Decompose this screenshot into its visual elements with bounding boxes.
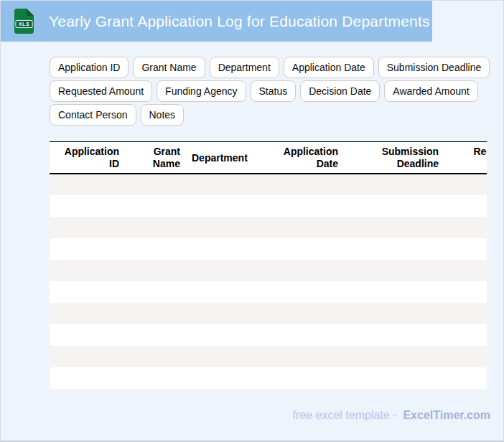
table-cell	[186, 217, 263, 238]
table-cell	[263, 238, 344, 260]
table-cell	[125, 346, 186, 367]
table-cell	[125, 238, 186, 260]
table-cell	[125, 217, 186, 238]
table-cell	[444, 303, 487, 324]
table-row	[50, 346, 487, 367]
table-cell	[50, 367, 125, 389]
table-row	[50, 324, 487, 346]
grant-table-body	[50, 174, 487, 389]
chip-submission-deadline: Submission Deadline	[378, 57, 490, 78]
topbar: XLS Yearly Grant Application Log for Edu…	[1, 1, 432, 42]
table-cell	[344, 367, 444, 389]
table-cell	[344, 217, 444, 238]
table-cell	[344, 260, 444, 281]
table-cell	[50, 260, 125, 281]
table-cell	[344, 195, 444, 217]
table-container: Application ID Grant Name Department App…	[50, 141, 487, 389]
table-cell	[344, 238, 444, 260]
chip-contact-person: Contact Person	[50, 104, 136, 126]
chip-application-date: Application Date	[284, 57, 374, 78]
table-cell	[263, 346, 344, 367]
table-cell	[444, 281, 487, 303]
table-cell	[344, 324, 444, 346]
chip-awarded-amount: Awarded Amount	[384, 80, 477, 102]
table-cell	[186, 367, 263, 389]
col-header-application-date: Application Date	[263, 142, 344, 174]
table-cell	[263, 195, 344, 217]
table-cell	[186, 195, 263, 217]
table-row	[50, 367, 487, 389]
column-chips: Application ID Grant Name Department App…	[50, 57, 498, 126]
table-cell	[186, 346, 263, 367]
col-header-application-id: Application ID	[50, 142, 125, 174]
table-cell	[344, 303, 444, 324]
table-cell	[50, 281, 125, 303]
table-row	[50, 174, 487, 195]
table-cell	[263, 281, 344, 303]
footer-label: free excel template -	[292, 409, 396, 421]
table-cell	[186, 324, 263, 346]
table-cell	[50, 324, 125, 346]
table-cell	[263, 324, 344, 346]
table-cell	[50, 195, 125, 217]
table-header-row: Application ID Grant Name Department App…	[50, 142, 487, 174]
footer: free excel template -ExcelTimer.com	[50, 408, 490, 422]
chip-decision-date: Decision Date	[300, 80, 380, 102]
table-cell	[50, 217, 125, 238]
table-cell	[344, 281, 444, 303]
table-cell	[186, 238, 263, 260]
table-cell	[444, 260, 487, 281]
table-cell	[125, 281, 186, 303]
chip-department: Department	[210, 57, 279, 78]
col-header-grant-name: Grant Name	[125, 142, 186, 174]
table-cell	[125, 324, 186, 346]
table-cell	[125, 174, 186, 195]
table-cell	[125, 367, 186, 389]
table-cell	[444, 324, 487, 346]
table-cell	[444, 174, 487, 195]
xls-badge-text: XLS	[19, 21, 29, 27]
chip-grant-name: Grant Name	[133, 57, 205, 78]
table-cell	[263, 367, 344, 389]
table-cell	[186, 174, 263, 195]
table-cell	[444, 238, 487, 260]
table-cell	[50, 238, 125, 260]
grant-table: Application ID Grant Name Department App…	[50, 141, 487, 389]
table-cell	[344, 174, 444, 195]
page: XLS Yearly Grant Application Log for Edu…	[0, 0, 504, 442]
col-header-requested-amount: Requested Amount	[444, 142, 487, 174]
table-row	[50, 281, 487, 303]
chip-notes: Notes	[141, 104, 185, 126]
table-cell	[50, 346, 125, 367]
chip-funding-agency: Funding Agency	[157, 80, 246, 102]
footer-brand-link[interactable]: ExcelTimer.com	[403, 409, 490, 421]
table-cell	[186, 281, 263, 303]
table-row	[50, 238, 487, 260]
col-header-department: Department	[186, 142, 263, 174]
table-cell	[263, 303, 344, 324]
table-cell	[444, 195, 487, 217]
table-cell	[125, 303, 186, 324]
table-cell	[444, 367, 487, 389]
table-cell	[444, 217, 487, 238]
table-cell	[263, 260, 344, 281]
chip-requested-amount: Requested Amount	[50, 80, 152, 102]
table-cell	[50, 174, 125, 195]
table-row	[50, 303, 487, 324]
page-title: Yearly Grant Application Log for Educati…	[49, 13, 430, 30]
table-cell	[125, 195, 186, 217]
chip-application-id: Application ID	[50, 57, 129, 78]
table-cell	[186, 303, 263, 324]
table-row	[50, 195, 487, 217]
table-row	[50, 260, 487, 281]
table-cell	[50, 303, 125, 324]
chip-status: Status	[251, 80, 297, 102]
table-cell	[263, 174, 344, 195]
table-cell	[444, 346, 487, 367]
col-header-submission-deadline: Submission Deadline	[344, 142, 444, 174]
table-cell	[125, 260, 186, 281]
table-row	[50, 217, 487, 238]
table-cell	[344, 346, 444, 367]
table-cell	[263, 217, 344, 238]
xls-file-icon: XLS	[14, 9, 34, 34]
